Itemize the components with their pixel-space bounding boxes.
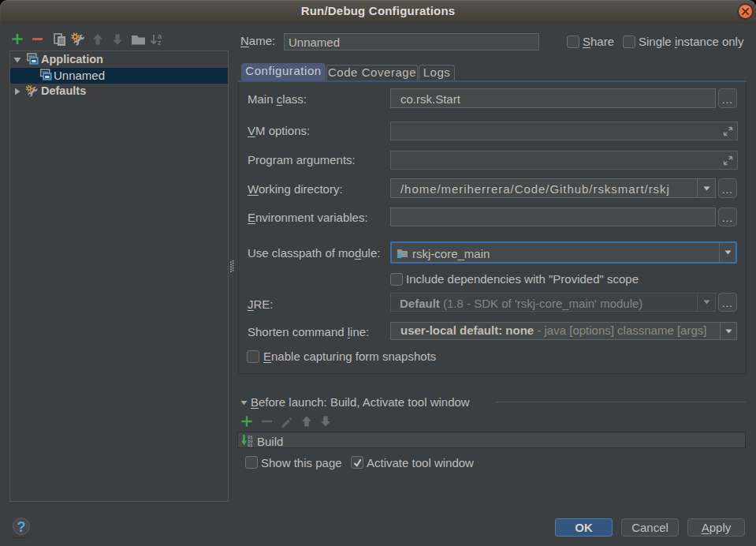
svg-text:z: z — [158, 39, 161, 47]
svg-text:01: 01 — [248, 443, 253, 447]
